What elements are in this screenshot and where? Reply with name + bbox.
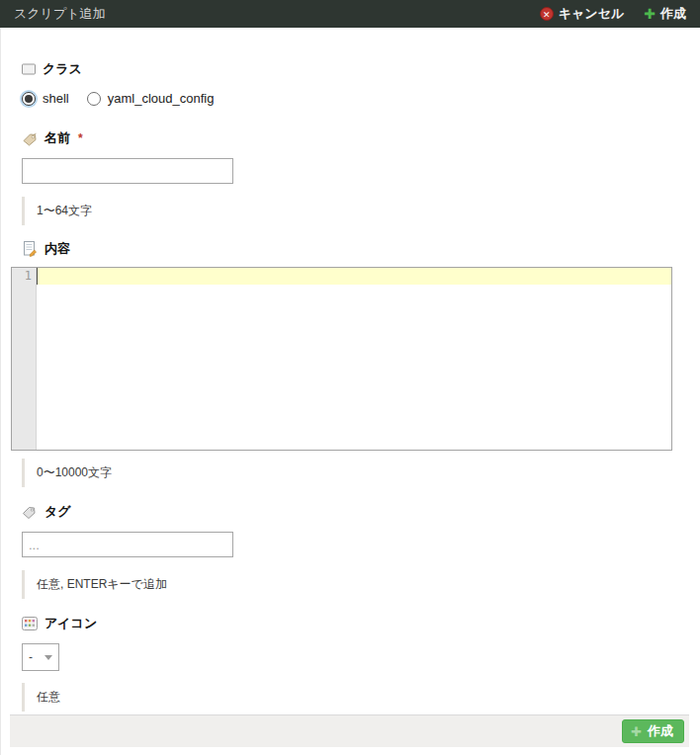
editor-gutter: 1 [12, 268, 37, 450]
radio-shell[interactable]: shell [22, 91, 69, 106]
radio-yaml-cloud-config-indicator[interactable] [87, 92, 101, 106]
cancel-icon: ✕ [540, 7, 554, 21]
icon-dropdown-value: - [29, 650, 33, 664]
add-script-form: クラス shell yaml_cloud_config 名前 [0, 28, 700, 712]
create-button-footer-label: 作成 [648, 722, 673, 740]
icon-field-label: アイコン [44, 615, 97, 632]
class-radio-group: shell yaml_cloud_config [22, 91, 678, 106]
name-input[interactable] [22, 158, 233, 184]
footer-bar: ✚ 作成 [10, 714, 689, 747]
icon-dropdown[interactable]: - [22, 643, 59, 671]
editor-text-area[interactable] [37, 268, 671, 450]
name-field-label: 名前 [44, 129, 70, 147]
radio-yaml-cloud-config[interactable]: yaml_cloud_config [87, 91, 215, 106]
name-hint: 1〜64文字 [22, 197, 678, 225]
editor-line-number: 1 [12, 269, 32, 283]
tags-hint: 任意, ENTERキーで追加 [22, 570, 678, 599]
radio-shell-indicator[interactable] [22, 92, 36, 106]
plus-icon: ✚ [644, 7, 656, 21]
create-button-header-label: 作成 [660, 5, 686, 23]
price-tag-icon [22, 131, 38, 146]
content-field: 内容 1 0〜10000文字 [22, 240, 678, 487]
plus-icon: ✚ [631, 724, 642, 739]
header-actions: ✕ キャンセル ✚ 作成 [540, 5, 686, 23]
name-field-label-row: 名前 * [22, 129, 678, 147]
tags-field: タグ 任意, ENTERキーで追加 [22, 503, 678, 599]
content-field-label: 内容 [44, 240, 70, 258]
icon-field: アイコン - 任意 [22, 615, 678, 712]
chevron-down-icon [44, 655, 52, 660]
editor-active-line [37, 268, 671, 285]
create-button-footer[interactable]: ✚ 作成 [622, 719, 684, 743]
radio-yaml-cloud-config-label: yaml_cloud_config [108, 91, 215, 106]
panel-square-icon [22, 63, 36, 75]
tags-field-label: タグ [44, 503, 71, 521]
required-marker: * [78, 131, 83, 145]
icon-hint: 任意 [22, 683, 678, 712]
page-title: スクリプト追加 [14, 5, 106, 23]
header: スクリプト追加 ✕ キャンセル ✚ 作成 [0, 0, 700, 28]
cancel-button[interactable]: ✕ キャンセル [540, 5, 625, 23]
class-field-label-row: クラス [22, 60, 678, 78]
create-button-header[interactable]: ✚ 作成 [644, 5, 686, 23]
page-left-border [0, 28, 1, 755]
content-field-label-row: 内容 [22, 240, 678, 258]
tag-icon [22, 505, 38, 519]
content-hint: 0〜10000文字 [22, 459, 678, 487]
name-field: 名前 * 1〜64文字 [22, 129, 678, 225]
icon-field-label-row: アイコン [22, 615, 678, 632]
icon-grid-icon [22, 617, 38, 630]
cancel-button-label: キャンセル [559, 5, 625, 23]
tags-field-label-row: タグ [22, 503, 678, 521]
radio-shell-label: shell [43, 91, 69, 106]
class-field-label: クラス [43, 60, 82, 78]
class-field: クラス shell yaml_cloud_config [22, 60, 678, 106]
content-code-editor: 1 [11, 267, 672, 451]
tags-input[interactable] [22, 532, 233, 557]
document-edit-icon [22, 241, 38, 257]
